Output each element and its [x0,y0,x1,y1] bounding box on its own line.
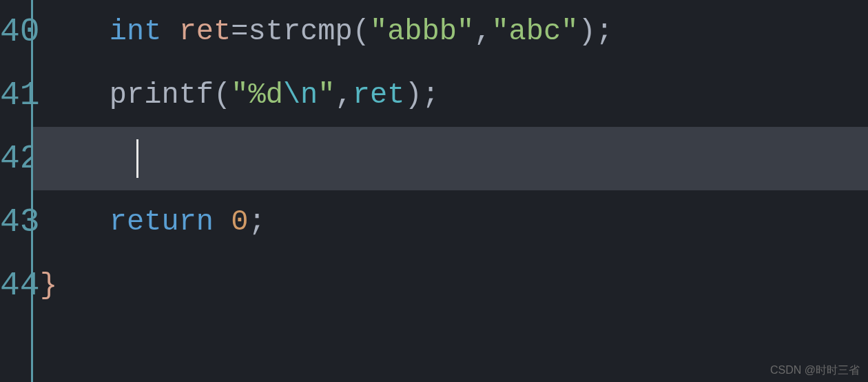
line-number: 40 [0,0,25,63]
code-line[interactable]: } [33,254,868,317]
token-func: strcmp [249,15,353,48]
token-func: printf [110,79,214,112]
token-punc: ; [248,205,265,239]
token-punc: = [231,15,248,48]
token-brace: } [40,269,57,302]
code-line[interactable]: return 0; [33,190,868,254]
token-esc: \n [283,79,318,112]
token-var: ret [179,15,231,48]
code-line[interactable] [33,127,868,190]
token-str: "%d [231,79,283,112]
token-kw: return [110,205,231,239]
code-line[interactable]: printf("%d\n",ret); [33,63,868,127]
token-str: "abc" [491,15,578,48]
line-number-gutter: 394041424344 [0,0,33,382]
token-num: 0 [231,205,248,239]
line-number: 43 [0,190,25,254]
watermark: CSDN @时时三省 [770,363,860,378]
line-number: 42 [0,127,25,190]
token-str: " [318,79,335,112]
token-punc: ( [214,79,231,112]
code-area[interactable]: int ret=strcmp("abbb","abc"); printf("%d… [33,0,868,382]
line-number: 41 [0,63,25,127]
code-line[interactable]: int ret=strcmp("abbb","abc"); [33,0,868,63]
token-var2: ret [353,79,405,112]
code-editor[interactable]: 394041424344 int ret=strcmp("abbb","abc"… [0,0,868,382]
token-punc: ); [404,79,439,112]
token-punc: ( [353,15,370,48]
token-punc: , [474,15,491,48]
token-str: "abbb" [370,15,474,48]
token-punc: ); [578,15,612,48]
token-kw: int [110,15,179,48]
token-punc: , [335,79,353,112]
text-cursor [136,139,138,178]
line-number: 44 [0,254,25,317]
